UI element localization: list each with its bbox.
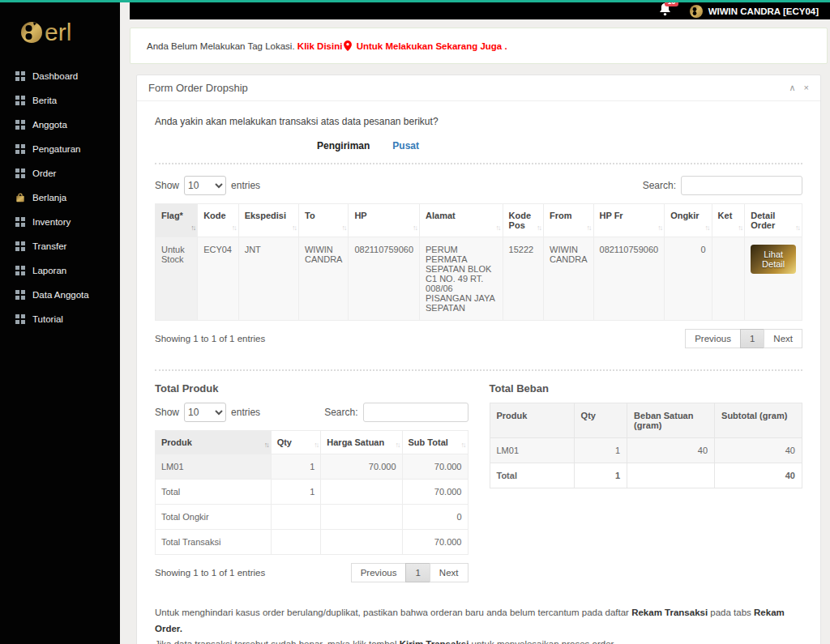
next-button[interactable]: Next	[430, 563, 468, 582]
produk-table-controls: Show 10 entries Search:	[155, 403, 468, 422]
sidebar: erl Dashboard Berita Anggota Pengaturan …	[0, 2, 120, 644]
cell-qty	[271, 505, 321, 530]
sort-icon: ↑↓	[341, 224, 345, 232]
sidebar-item-label: Data Anggota	[32, 290, 89, 300]
sidebar-item-transfer[interactable]: Transfer	[0, 234, 120, 258]
close-icon[interactable]: ×	[804, 83, 809, 93]
sidebar-item-inventory[interactable]: Inventory	[0, 210, 120, 234]
tab-pengiriman[interactable]: Pengiriman	[317, 140, 370, 151]
cell-subtotal: 40	[715, 438, 802, 463]
produk-row: LM01 1 70.000 70.000	[156, 454, 468, 480]
avatar-icon	[689, 4, 704, 19]
produk-table-pagination: Previous 1 Next	[352, 563, 468, 582]
note-line-1: Untuk menghindari kasus order berulang/d…	[155, 605, 802, 637]
cell-alamat: PERUM PERMATA SEPATAN BLOK C1 NO. 49 RT.…	[420, 237, 503, 321]
total-beban-section: Total Beban Produk Qty Beban Satuan (gra…	[490, 382, 803, 582]
sidebar-item-berlanja[interactable]: Berlanja	[0, 186, 120, 210]
alert-link[interactable]: Klik Disini	[297, 41, 343, 51]
produk-total-row: Total 1 70.000	[156, 480, 468, 505]
cell-label: Total	[156, 480, 272, 505]
col-sub-total[interactable]: Sub Total↑↓	[402, 431, 468, 454]
notifications-button[interactable]: 16	[659, 2, 671, 19]
cell-sub-total: 0	[402, 505, 468, 530]
col-kode[interactable]: Kode↑↓	[198, 204, 239, 237]
sidebar-item-anggota[interactable]: Anggota	[0, 113, 120, 137]
produk-table-summary: Showing 1 to 1 of 1 entries	[155, 568, 265, 578]
grid-icon	[15, 120, 25, 130]
collapse-icon[interactable]: ∧	[789, 83, 796, 93]
cell-beban-satuan: 40	[627, 438, 715, 463]
sort-icon: ↑↓	[587, 224, 591, 232]
total-beban-table: Produk Qty Beban Satuan (gram) Subtotal …	[490, 403, 803, 488]
sidebar-item-order[interactable]: Order	[0, 161, 120, 186]
cell-label: Total	[490, 463, 574, 488]
beban-total-row: Total 1 40	[490, 463, 802, 488]
topbar: 16 WIWIN CANDRA [ECY04]	[130, 2, 830, 19]
page-1-button[interactable]: 1	[405, 563, 430, 582]
order-search-input[interactable]	[681, 176, 802, 195]
col-ket[interactable]: Ket↑↓	[712, 204, 745, 237]
grid-icon	[15, 217, 25, 227]
order-table-pagination: Previous 1 Next	[686, 329, 802, 348]
total-beban-title: Total Beban	[490, 382, 803, 395]
col-beban-satuan: Beban Satuan (gram)	[627, 403, 715, 438]
produk-table-footer: Showing 1 to 1 of 1 entries Previous 1 N…	[155, 563, 468, 582]
order-table: Flag*↑↓ Kode↑↓ Ekspedisi↑↓ To↑↓ HP↑↓ Ala…	[155, 203, 802, 321]
produk-search-input[interactable]	[363, 403, 468, 422]
tag-lokasi-alert: Anda Belum Melakukan Tag Lokasi. Klik Di…	[130, 28, 828, 64]
alert-link-suffix[interactable]: Untuk Melakukan Sekarang Juga .	[357, 41, 507, 51]
sidebar-item-dashboard[interactable]: Dashboard	[0, 64, 120, 88]
sidebar-item-laporan[interactable]: Laporan	[0, 258, 120, 283]
col-detail-order[interactable]: Detail Order↑↓	[745, 204, 802, 237]
order-row: Untuk Stock ECY04 JNT WIWIN CANDRA 08211…	[156, 237, 802, 321]
col-hp[interactable]: HP↑↓	[349, 204, 420, 237]
sort-icon: ↑↓	[461, 441, 465, 449]
user-menu[interactable]: WIWIN CANDRA [ECY04]	[689, 4, 819, 19]
col-produk: Produk	[490, 403, 574, 438]
col-ekspedisi[interactable]: Ekspedisi↑↓	[238, 204, 298, 237]
col-flag[interactable]: Flag*↑↓	[156, 204, 198, 237]
sort-icon: ↑↓	[396, 441, 400, 449]
col-produk[interactable]: Produk↑↓	[156, 431, 272, 454]
tab-pusat[interactable]: Pusat	[392, 140, 419, 151]
col-harga-satuan[interactable]: Harga Satuan↑↓	[321, 431, 402, 454]
order-table-summary: Showing 1 to 1 of 1 entries	[155, 334, 265, 343]
col-from[interactable]: From↑↓	[544, 204, 593, 237]
produk-page-size-select[interactable]: 10	[184, 403, 226, 422]
sidebar-item-label: Transfer	[32, 241, 66, 251]
cell-qty: 1	[574, 463, 627, 488]
col-alamat[interactable]: Alamat↑↓	[420, 204, 503, 237]
show-label: Show	[155, 407, 179, 418]
total-produk-section: Total Produk Show 10 entries Search:	[155, 382, 468, 582]
page-1-button[interactable]: 1	[740, 329, 764, 348]
sort-icon: ↑↓	[738, 224, 742, 232]
sidebar-item-pengaturan[interactable]: Pengaturan	[0, 137, 120, 161]
sidebar-item-label: Order	[32, 168, 56, 178]
cell-sub-total: 70.000	[402, 454, 468, 480]
page-size-select[interactable]: 10	[184, 176, 226, 195]
search-label: Search:	[643, 180, 676, 191]
cell-ongkir: 0	[665, 237, 712, 321]
cell-label: Total Transaksi	[156, 530, 272, 555]
order-table-controls: Show 10 entries Search:	[155, 176, 802, 195]
sidebar-item-data-anggota[interactable]: Data Anggota	[0, 283, 120, 307]
sidebar-item-label: Berlanja	[32, 193, 66, 203]
confirmation-question: Anda yakin akan melakukan transaksi atas…	[155, 116, 802, 127]
next-button[interactable]: Next	[764, 329, 802, 348]
brand-logo: erl	[0, 2, 120, 64]
show-label: Show	[155, 180, 179, 191]
col-ongkir[interactable]: Ongkir↑↓	[665, 204, 712, 237]
note-line-2: Jika data transaksi tersebut sudah benar…	[155, 637, 802, 644]
sidebar-item-tutorial[interactable]: Tutorial	[0, 307, 120, 331]
col-to[interactable]: To↑↓	[298, 204, 348, 237]
previous-button[interactable]: Previous	[351, 563, 407, 582]
sort-icon: ↑↓	[537, 224, 541, 232]
sort-icon: ↑↓	[413, 224, 417, 232]
previous-button[interactable]: Previous	[685, 329, 741, 348]
sidebar-item-label: Pengaturan	[32, 144, 80, 154]
col-qty[interactable]: Qty↑↓	[271, 431, 321, 454]
col-kode-pos[interactable]: Kode Pos↑↓	[503, 204, 544, 237]
col-hp-fr[interactable]: HP Fr↑↓	[593, 204, 665, 237]
sidebar-item-berita[interactable]: Berita	[0, 88, 120, 113]
lihat-detail-button[interactable]: Lihat Detail	[751, 245, 796, 274]
